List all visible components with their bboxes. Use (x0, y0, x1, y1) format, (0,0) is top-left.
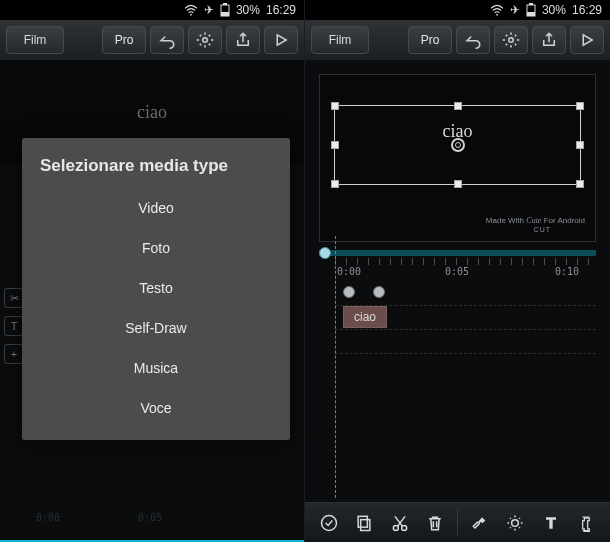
play-button[interactable] (264, 26, 298, 54)
film-button[interactable]: Film (311, 26, 369, 54)
tool-text-icon[interactable]: T (4, 316, 24, 336)
svg-point-15 (512, 519, 519, 526)
pro-button[interactable]: Pro (102, 26, 146, 54)
timeline-clip[interactable]: ciao (343, 306, 387, 328)
track-row[interactable] (335, 330, 596, 354)
timeline-tracks[interactable]: ciao (335, 282, 596, 362)
status-bar: ✈ 30% 16:29 (0, 0, 304, 20)
svg-point-9 (509, 38, 514, 43)
clock: 16:29 (266, 3, 296, 17)
svg-rect-7 (529, 3, 533, 5)
settings-button[interactable] (188, 26, 222, 54)
center-target-icon[interactable] (451, 138, 465, 152)
media-type-dialog: Selezionare media type Video Foto Testo … (22, 138, 290, 440)
brightness-button[interactable] (501, 509, 529, 537)
resize-handle-icon[interactable] (576, 180, 584, 188)
share-button[interactable] (226, 26, 260, 54)
preview-text: ciao (137, 102, 167, 123)
svg-point-10 (321, 515, 336, 530)
svg-point-0 (190, 14, 192, 16)
svg-point-5 (496, 14, 498, 16)
delete-button[interactable] (421, 509, 449, 537)
scrub-handle-icon[interactable] (319, 247, 331, 259)
battery-percent: 30% (542, 3, 566, 17)
share-button[interactable] (532, 26, 566, 54)
svg-rect-12 (358, 516, 367, 527)
resize-handle-icon[interactable] (576, 102, 584, 110)
dialog-item-testo[interactable]: Testo (22, 268, 290, 308)
battery-icon (220, 3, 230, 17)
play-button[interactable] (570, 26, 604, 54)
watermark-brand: Cute (526, 216, 541, 225)
ruler-label: 0:10 (555, 266, 579, 277)
resize-handle-icon[interactable] (331, 102, 339, 110)
dialog-title: Selezionare media type (22, 138, 290, 188)
text-edit-button[interactable] (572, 509, 600, 537)
svg-rect-2 (223, 3, 227, 5)
top-toolbar-right: Film Pro (305, 20, 610, 60)
ruler-label: 0:00 (337, 266, 361, 277)
right-screenshot: ✈ 30% 16:29 Film Pro ciao (305, 0, 610, 542)
timeline-scrub[interactable] (319, 250, 596, 256)
bottom-tooltray (305, 502, 610, 542)
left-screenshot: ✈ 30% 16:29 Film Pro ciao ✂ T + Selezio (0, 0, 305, 542)
track-row[interactable] (335, 282, 596, 306)
dialog-item-foto[interactable]: Foto (22, 228, 290, 268)
resize-handle-icon[interactable] (454, 102, 462, 110)
clock: 16:29 (572, 3, 602, 17)
pro-button[interactable]: Pro (408, 26, 452, 54)
dialog-item-musica[interactable]: Musica (22, 348, 290, 388)
selection-box[interactable] (334, 105, 581, 185)
wifi-icon (490, 4, 504, 16)
settings-button[interactable] (494, 26, 528, 54)
airplane-icon: ✈ (510, 3, 520, 17)
toolbar-divider (457, 510, 458, 536)
wrench-button[interactable] (466, 509, 494, 537)
confirm-button[interactable] (315, 509, 343, 537)
undo-button[interactable] (456, 26, 490, 54)
watermark: Made With Cute For Android CUT (486, 216, 585, 235)
svg-point-4 (203, 38, 208, 43)
battery-percent: 30% (236, 3, 260, 17)
svg-rect-8 (527, 12, 535, 16)
dialog-item-video[interactable]: Video (22, 188, 290, 228)
copy-button[interactable] (350, 509, 378, 537)
cut-button[interactable] (386, 509, 414, 537)
tool-add-icon[interactable]: + (4, 344, 24, 364)
playhead-line[interactable] (335, 236, 336, 498)
ruler-label: 0:05 (138, 512, 162, 523)
watermark-text: Made With (486, 216, 524, 225)
ruler-label: 0:00 (36, 512, 60, 523)
wifi-icon (184, 4, 198, 16)
ruler-left: 0:00 0:05 (0, 506, 304, 528)
svg-rect-11 (361, 519, 370, 530)
resize-handle-icon[interactable] (331, 180, 339, 188)
airplane-icon: ✈ (204, 3, 214, 17)
tool-scissors-icon[interactable]: ✂ (4, 288, 24, 308)
svg-rect-3 (221, 12, 229, 16)
resize-handle-icon[interactable] (454, 180, 462, 188)
preview-stage[interactable]: ciao Made With Cute For Android CUT (319, 74, 596, 242)
watermark-brand: CUT (534, 226, 551, 233)
top-toolbar-left: Film Pro (0, 20, 304, 60)
watermark-text: For Android (544, 216, 585, 225)
resize-handle-icon[interactable] (331, 141, 339, 149)
ruler-right: 0:00 0:05 0:10 (335, 258, 596, 280)
resize-handle-icon[interactable] (576, 141, 584, 149)
dialog-item-voce[interactable]: Voce (22, 388, 290, 428)
film-button[interactable]: Film (6, 26, 64, 54)
keyframe-icon[interactable] (373, 286, 385, 298)
battery-icon (526, 3, 536, 17)
undo-button[interactable] (150, 26, 184, 54)
dialog-item-selfdraw[interactable]: Self-Draw (22, 308, 290, 348)
text-style-button[interactable] (537, 509, 565, 537)
status-bar: ✈ 30% 16:29 (305, 0, 610, 20)
keyframe-icon[interactable] (343, 286, 355, 298)
ruler-label: 0:05 (445, 266, 469, 277)
